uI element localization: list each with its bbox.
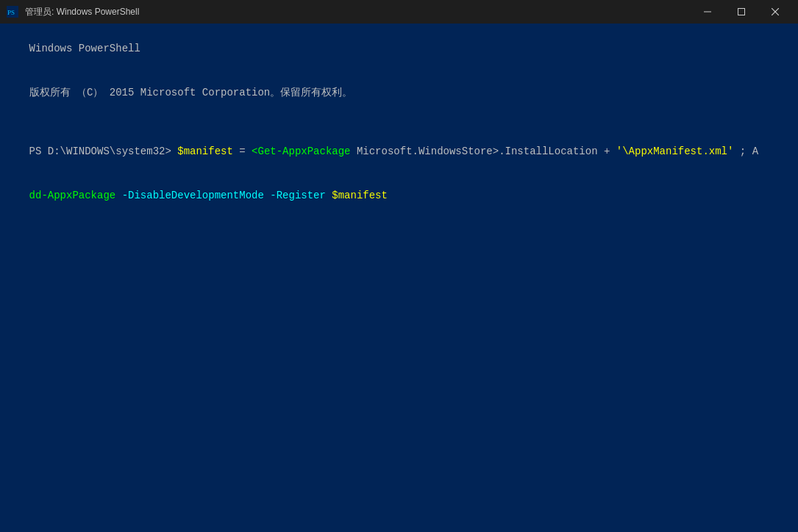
svg-text:PS: PS <box>7 9 15 16</box>
titlebar-left: PS 管理员: Windows PowerShell <box>6 5 139 18</box>
titlebar-controls <box>691 0 792 24</box>
titlebar: PS 管理员: Windows PowerShell <box>0 0 798 24</box>
terminal-line-1: Windows PowerShell <box>4 26 794 71</box>
terminal[interactable]: Windows PowerShell 版权所有 （C） 2015 Microso… <box>0 24 798 532</box>
close-button[interactable] <box>758 0 792 24</box>
titlebar-title: 管理员: Windows PowerShell <box>25 6 139 18</box>
minimize-button[interactable] <box>691 0 724 24</box>
terminal-line-3: PS D:\WINDOWS\system32> $manifest = <Get… <box>4 129 794 173</box>
powershell-icon: PS <box>6 5 19 18</box>
svg-rect-2 <box>704 12 711 12</box>
svg-rect-3 <box>738 9 745 15</box>
terminal-line-2: 版权所有 （C） 2015 Microsoft Corporation。保留所有… <box>4 71 794 115</box>
terminal-line-4: dd-AppxPackage -DisableDevelopmentMode -… <box>4 173 794 218</box>
terminal-line-empty <box>4 115 794 129</box>
maximize-button[interactable] <box>724 0 758 24</box>
